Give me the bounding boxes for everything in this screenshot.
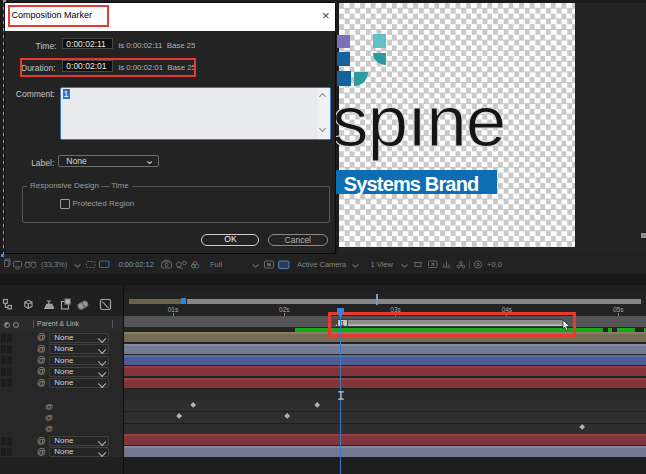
svg-text:1 View: 1 View xyxy=(371,260,394,269)
svg-text:Active Camera: Active Camera xyxy=(297,260,347,269)
svg-text:0:00:02:12: 0:00:02:12 xyxy=(119,260,154,269)
svg-text:(33,3%): (33,3%) xyxy=(41,260,68,269)
svg-text:+0,0: +0,0 xyxy=(487,260,502,269)
svg-text:Full: Full xyxy=(210,260,222,269)
